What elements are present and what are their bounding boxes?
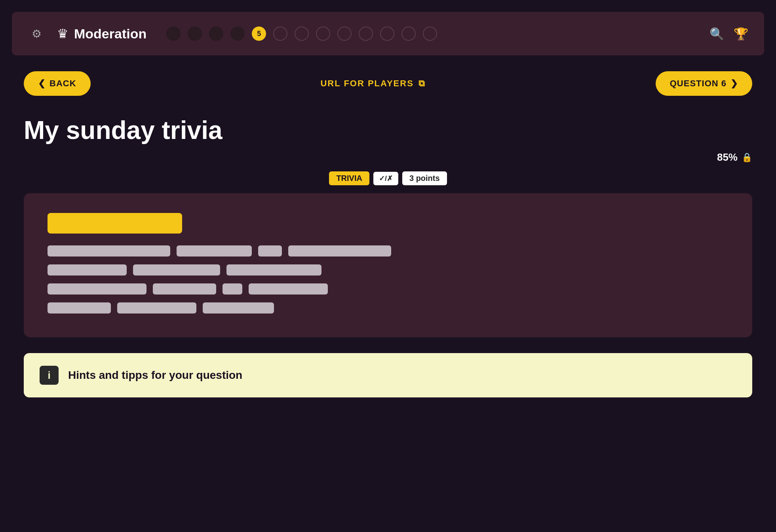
text-pill xyxy=(48,264,127,276)
copy-icon: ⧉ xyxy=(418,78,426,89)
percent-badge: 85% 🔒 xyxy=(717,151,752,163)
text-pill xyxy=(249,283,328,294)
url-players-button[interactable]: URL FOR PLAYERS ⧉ xyxy=(320,78,425,89)
text-pill xyxy=(226,264,321,276)
text-pill xyxy=(48,283,146,294)
dot-12[interactable] xyxy=(401,27,416,41)
dot-8[interactable] xyxy=(316,27,330,41)
page-title-area: My sunday trivia 85% 🔒 xyxy=(24,116,752,163)
url-players-label: URL FOR PLAYERS xyxy=(320,78,413,89)
header-bar: ⚙ ♛ Moderation 5 🔍 🏆 xyxy=(12,12,764,55)
question-body xyxy=(48,245,728,314)
question-title-placeholder xyxy=(48,213,182,234)
text-pill xyxy=(177,245,252,256)
dot-3[interactable] xyxy=(209,27,223,41)
header-actions: 🔍 🏆 xyxy=(709,27,748,41)
info-icon: i xyxy=(40,366,59,385)
percent-value: 85% xyxy=(717,151,738,163)
dot-5-active[interactable]: 5 xyxy=(252,27,266,41)
text-pill xyxy=(203,302,274,314)
progress-dots: 5 xyxy=(166,27,698,41)
text-line-2 xyxy=(48,264,728,276)
dot-11[interactable] xyxy=(380,27,394,41)
next-question-button[interactable]: QUESTION 6 ❯ xyxy=(656,71,752,96)
dot-1[interactable] xyxy=(166,27,181,41)
dot-7[interactable] xyxy=(295,27,309,41)
crown-icon: ♛ xyxy=(57,26,68,41)
text-line-1 xyxy=(48,245,728,256)
question-label: QUESTION 6 xyxy=(670,78,727,89)
chevron-left-icon: ❮ xyxy=(38,78,46,89)
back-button[interactable]: ❮ BACK xyxy=(24,71,91,96)
back-label: BACK xyxy=(49,78,76,89)
text-line-4 xyxy=(48,302,728,314)
text-line-3 xyxy=(48,283,728,294)
trophy-icon[interactable]: 🏆 xyxy=(734,27,748,41)
check-tag: ✓/✗ xyxy=(373,172,398,185)
main-content: ❮ BACK URL FOR PLAYERS ⧉ QUESTION 6 ❯ My… xyxy=(0,55,776,532)
text-pill xyxy=(48,302,111,314)
trivia-tag: TRIVIA xyxy=(329,171,369,185)
text-pill xyxy=(223,283,242,294)
text-pill xyxy=(258,245,282,256)
brand-area: ♛ Moderation xyxy=(57,26,146,42)
hint-text: Hints and tipps for your question xyxy=(68,369,242,382)
dot-13[interactable] xyxy=(423,27,437,41)
points-tag: 3 points xyxy=(402,171,447,185)
question-card xyxy=(24,193,752,337)
dot-6[interactable] xyxy=(273,27,287,41)
dot-9[interactable] xyxy=(337,27,352,41)
toolbar: ❮ BACK URL FOR PLAYERS ⧉ QUESTION 6 ❯ xyxy=(24,71,752,96)
lock-icon: 🔒 xyxy=(742,152,752,163)
gear-icon[interactable]: ⚙ xyxy=(28,25,45,42)
dot-2[interactable] xyxy=(188,27,202,41)
hint-box: i Hints and tipps for your question xyxy=(24,353,752,397)
text-pill xyxy=(288,245,391,256)
text-pill xyxy=(133,264,220,276)
title-meta: 85% 🔒 xyxy=(24,151,752,163)
text-pill xyxy=(117,302,196,314)
header-title: Moderation xyxy=(74,26,146,42)
text-pill xyxy=(48,245,170,256)
dot-4[interactable] xyxy=(230,27,245,41)
dot-10[interactable] xyxy=(359,27,373,41)
search-icon[interactable]: 🔍 xyxy=(709,27,724,41)
chevron-right-icon: ❯ xyxy=(730,78,738,89)
text-pill xyxy=(153,283,216,294)
page-title: My sunday trivia xyxy=(24,116,752,145)
tags-row: TRIVIA ✓/✗ 3 points xyxy=(24,171,752,185)
